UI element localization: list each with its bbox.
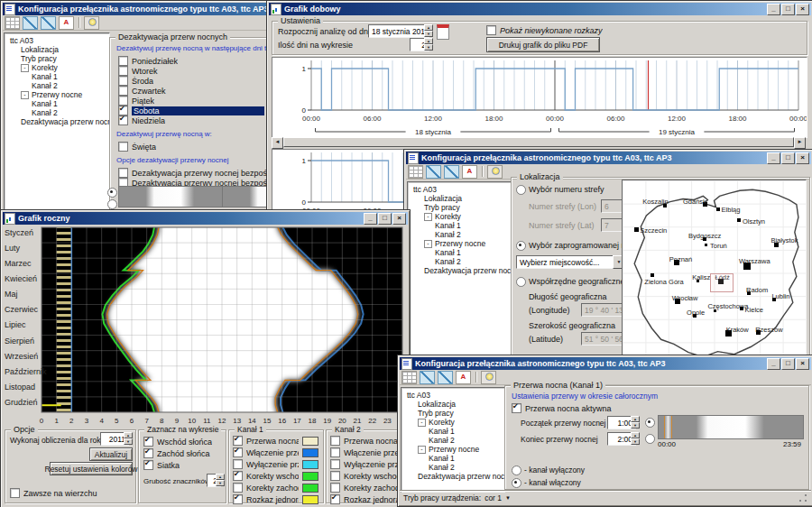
close-button[interactable]: × [796,152,809,164]
map-city-label-koszalin[interactable]: Koszalin [642,198,668,206]
titlebar[interactable]: Konfiguracja przełącznika astronomiczneg… [406,152,811,164]
day-profile-radio-1[interactable] [645,418,655,428]
chart-icon-2[interactable] [41,16,56,30]
tree-item-ttc-a03[interactable]: ttc A03 [8,36,109,45]
checkbox[interactable] [233,483,243,493]
tree-item-korekty[interactable]: -Korekty [411,212,511,221]
tree-expander-icon[interactable]: - [418,446,426,454]
color-swatch[interactable] [302,460,318,469]
tree-item-przerwy-nocne[interactable]: -Przerwy nocne [405,445,504,454]
weekday-checkbox-row[interactable]: Poniedziałek [118,56,264,66]
days-count-spinner[interactable]: ▲▼ [424,38,433,50]
always-on-top-checkbox[interactable] [10,488,20,498]
map-city-label-rzeszów[interactable]: Rzeszów [755,326,782,334]
calendar-icon[interactable] [5,16,20,30]
weekday-checkbox-row[interactable]: Niedziela [118,115,264,125]
thickness-spinner[interactable]: ▲▼ [216,474,225,485]
checkbox[interactable] [233,494,243,504]
mark-checkbox-row[interactable]: Wschód słońca [143,436,221,447]
day-profile-radio-2[interactable] [645,434,655,444]
scroll-left-arrow[interactable]: ◄ [272,137,283,149]
holidays-row[interactable]: Święta [118,142,254,152]
channel-off-radio[interactable] [512,466,521,475]
datepicker-icon[interactable] [437,24,449,40]
channel2-checkbox-row[interactable]: Włączenie przekaźnika [330,447,406,458]
checkbox[interactable] [330,494,340,504]
color-swatch[interactable] [302,472,318,481]
help-icon[interactable] [487,165,503,179]
tree-item-kanał-1[interactable]: Kanał 1 [405,454,504,463]
map-city-label-bydgoszcz[interactable]: Bydgoszcz [688,232,721,240]
programmed-city-radio[interactable] [516,241,526,251]
chart-icon[interactable] [23,16,38,30]
minimize-button[interactable]: _ [767,358,780,370]
map-city-label-kalisz[interactable]: Kalisz [692,273,710,281]
tree-item-dezaktywacja-przerw-nocnych[interactable]: Dezaktywacja przerw nocnych [8,117,109,126]
map-city-label-kraków[interactable]: Kraków [726,326,749,334]
minimize-button[interactable]: _ [364,213,377,225]
tree-expander-icon[interactable]: - [418,419,426,427]
map-city-label-białystok[interactable]: Białystok [770,236,798,244]
option-checkbox-row[interactable]: Dezaktywacja przerwy nocnej bezpośrednio… [118,168,266,178]
tree-item-kanał-2[interactable]: Kanał 2 [8,108,109,117]
minimize-button[interactable]: _ [767,4,780,15]
mark-checkbox-row[interactable]: Siatka [143,459,221,471]
map-city-label-wrocław[interactable]: Wrocław [672,294,698,302]
update-button[interactable]: Aktualizuj [89,447,133,461]
channel1-checkbox-row[interactable]: Przerwa nocna [233,435,318,447]
print-pdf-button[interactable]: Drukuj grafik do pliku PDF [486,37,600,52]
checkbox[interactable] [330,436,340,446]
map-city-dot-szczecin[interactable] [634,227,639,232]
reset-colors-button[interactable]: Resetuj ustawienia kolorów [50,462,133,475]
break-active-row[interactable]: Przerwa nocna aktywna [512,403,612,413]
show-unexecuted-checkbox[interactable] [486,25,496,35]
mark-checkbox-row[interactable]: Zachód słońca [143,447,221,459]
tree-item-kanał-1[interactable]: Kanał 1 [411,248,511,257]
titlebar[interactable]: Grafik dobowy _ □ × [269,3,811,15]
map-city-label-olsztyn[interactable]: Olsztyn [743,217,765,226]
resize-grip[interactable] [798,493,807,502]
tree-item-lokalizacja[interactable]: Lokalizacja [8,45,109,54]
chart-icon[interactable] [426,165,441,179]
tree-item-kanał-2[interactable]: Kanał 2 [411,257,511,266]
tree-item-ttc-a03[interactable]: ttc A03 [411,185,511,194]
channel2-checkbox-row[interactable]: Korekty zachodów [330,482,406,493]
tree-item-przerwy-nocne[interactable]: -Przerwy nocne [411,239,511,248]
scroll-right-arrow[interactable]: ► [794,137,806,149]
bar-mode-radio-2[interactable] [107,199,117,209]
help-icon[interactable] [84,16,99,30]
chart-icon-2[interactable] [444,165,459,179]
tree-item-lokalizacja[interactable]: Lokalizacja [411,194,511,203]
tree-item-ttc-a03[interactable]: ttc A03 [405,391,504,400]
always-on-top-row[interactable]: Zawsze na wierzchu [10,488,97,498]
tree-expander-icon[interactable]: - [424,213,432,221]
minimize-button[interactable]: _ [767,152,780,164]
checkbox[interactable] [118,86,128,96]
checkbox[interactable] [330,471,340,481]
maximize-button[interactable]: □ [781,358,795,370]
config-tree[interactable]: ttc A03LokalizacjaTryb pracy-KorektyKana… [401,387,505,493]
tree-item-przerwy-nocne[interactable]: -Przerwy nocne [8,90,109,99]
map-city-dot-zielona góra[interactable] [651,273,654,277]
maximize-button[interactable]: □ [781,152,795,164]
map-city-label-lublin[interactable]: Lublin [771,292,789,300]
map-city-label-elbląg[interactable]: Elbląg [722,206,741,214]
device-mode-value[interactable]: cor 1 [484,493,502,502]
map-city-label-gdańsk[interactable]: Gdańsk [683,198,706,206]
color-swatch[interactable] [302,484,318,493]
map-city-label-warszawa[interactable]: Warszawa [739,257,770,265]
map-city-dot-elbląg[interactable] [716,207,720,211]
map-city-label-poznań[interactable]: Poznań [669,255,692,263]
map-city-dot-olsztyn[interactable] [737,218,741,222]
map-city-label-opole[interactable]: Opole [687,309,705,317]
checkbox[interactable] [143,460,153,470]
titlebar[interactable]: Grafik roczny _ □ × [3,212,408,225]
tree-item-kanał-1[interactable]: Kanał 1 [411,221,511,230]
chart-icon[interactable] [420,371,435,384]
channel2-checkbox-row[interactable]: Korekty wschodów [330,470,406,482]
channel1-checkbox-row[interactable]: Rozkaz jednorazowy [233,493,318,505]
tree-item-kanał-2[interactable]: Kanał 2 [8,81,109,90]
config-tree[interactable]: ttc A03LokalizacjaTryb pracy-KorektyKana… [407,181,512,383]
checkbox[interactable] [118,115,128,125]
year-spinner[interactable]: ▲▼ [124,432,133,444]
